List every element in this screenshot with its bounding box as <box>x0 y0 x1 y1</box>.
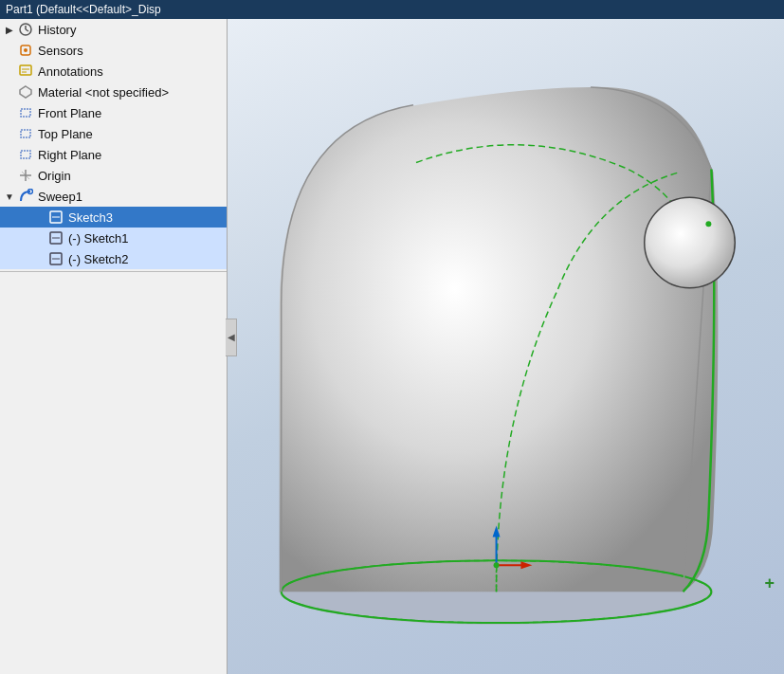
sidebar-item-label-sweep1: Sweep1 <box>38 190 82 204</box>
sidebar-item-label-origin: Origin <box>38 169 71 183</box>
svg-rect-10 <box>21 130 30 137</box>
sidebar-item-label-annotations: Annotations <box>38 64 103 79</box>
viewport[interactable]: + <box>228 19 784 674</box>
sidebar-item-label-sketch1: (-) Sketch1 <box>68 231 129 246</box>
sidebar-item-label-right-plane: Right Plane <box>38 148 101 162</box>
title-text: Part1 (Default<<Default>_Disp <box>6 3 161 16</box>
title-bar: Part1 (Default<<Default>_Disp <box>0 0 784 19</box>
sketch-icon-2 <box>47 250 64 267</box>
sidebar-item-label-material: Material <not specified> <box>38 85 169 100</box>
3d-model-svg <box>228 19 784 674</box>
svg-marker-8 <box>20 86 31 98</box>
expand-arrow-history: ▶ <box>4 24 15 35</box>
expand-arrow-sweep1: ▼ <box>4 191 15 202</box>
origin-icon <box>17 167 34 184</box>
plane-icon-front <box>17 104 34 121</box>
sidebar-collapse-handle[interactable]: ◀ <box>226 319 237 356</box>
sidebar-item-sensors[interactable]: ▶ Sensors <box>0 40 227 61</box>
sidebar-item-label-sketch2: (-) Sketch2 <box>68 252 129 266</box>
svg-line-2 <box>26 29 28 31</box>
plus-icon[interactable]: + <box>764 574 775 593</box>
sidebar-item-sketch2[interactable]: (-) Sketch2 <box>0 248 227 269</box>
sidebar-item-front-plane[interactable]: ▶ Front Plane <box>0 102 227 123</box>
sketch-icon-1 <box>47 229 64 246</box>
material-icon <box>17 83 34 100</box>
svg-rect-9 <box>21 109 30 117</box>
sweep-icon <box>17 188 34 205</box>
sidebar-item-sketch3[interactable]: Sketch3 <box>0 207 227 228</box>
plane-icon-right <box>17 146 34 163</box>
sidebar-item-annotations[interactable]: ▶ Annotations <box>0 61 227 82</box>
sidebar-item-label-front-plane: Front Plane <box>38 106 101 120</box>
clock-icon <box>17 21 34 38</box>
tree-divider <box>0 271 227 272</box>
sidebar-item-label-sketch3: Sketch3 <box>68 210 113 225</box>
svg-point-4 <box>24 48 27 52</box>
sidebar-item-label-history: History <box>38 23 76 37</box>
sidebar-item-sketch1[interactable]: (-) Sketch1 <box>0 228 227 248</box>
main-area: ▶ History ▶ Sensors ▶ Annotations ▶ <box>0 19 784 674</box>
sketch-icon-3 <box>47 209 64 226</box>
sidebar-item-origin[interactable]: ▶ Origin <box>0 165 227 186</box>
svg-rect-11 <box>21 151 30 158</box>
sidebar-item-sweep1[interactable]: ▼ Sweep1 <box>0 186 227 207</box>
sensor-icon <box>17 42 34 59</box>
sidebar-item-label-sensors: Sensors <box>38 44 83 58</box>
sidebar-item-label-top-plane: Top Plane <box>38 127 93 141</box>
sidebar-item-right-plane[interactable]: ▶ Right Plane <box>0 144 227 165</box>
svg-point-27 <box>705 221 711 227</box>
plane-icon-top <box>17 125 34 142</box>
annotation-icon <box>17 63 34 80</box>
svg-rect-5 <box>20 65 31 75</box>
sidebar-item-history[interactable]: ▶ History <box>0 19 227 40</box>
sidebar-item-top-plane[interactable]: ▶ Top Plane <box>0 123 227 144</box>
sidebar-item-material[interactable]: ▶ Material <not specified> <box>0 82 227 102</box>
feature-tree: ▶ History ▶ Sensors ▶ Annotations ▶ <box>0 19 228 674</box>
